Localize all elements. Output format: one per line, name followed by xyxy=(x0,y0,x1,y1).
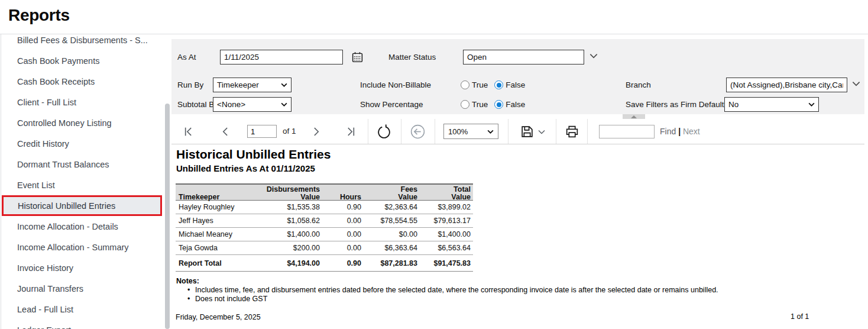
sidebar-item-income-allocation-details[interactable]: Income Allocation - Details xyxy=(1,216,164,237)
print-button[interactable] xyxy=(565,124,579,139)
find-text-input[interactable] xyxy=(599,125,655,138)
zoom-select[interactable]: 100% xyxy=(443,124,498,139)
run-by-select[interactable]: Timekeeper xyxy=(213,78,292,92)
cell-disbursements: $1,058.62 xyxy=(270,214,322,227)
cell-hours: 0.00 xyxy=(322,228,364,241)
report-list-sidebar: Billed Fees & Disbursements - S... Cash … xyxy=(1,34,169,329)
report-footer-page-count: 1 of 1 xyxy=(791,312,809,321)
table-row: Michael Meaney $1,400.00 0.00 $0.00 $1,4… xyxy=(176,228,473,241)
bullet-icon: • xyxy=(187,286,195,294)
page-title: Reports xyxy=(8,6,70,25)
cell-fees: $87,281.83 xyxy=(364,255,420,271)
collapse-up-arrow-icon xyxy=(631,115,637,118)
find-next-button[interactable]: Next xyxy=(683,127,700,136)
export-save-button[interactable] xyxy=(520,125,534,138)
true-radio-label: True xyxy=(472,100,488,109)
col-header-disbursements: Disbursements Value xyxy=(270,185,322,202)
show-percentage-true-radio[interactable] xyxy=(461,100,469,109)
save-filters-select[interactable]: No xyxy=(724,97,819,112)
find-button[interactable]: Find xyxy=(660,127,676,136)
cell-total-label: Report Total xyxy=(176,255,270,271)
cell-disbursements: $200.00 xyxy=(270,241,322,254)
matter-status-chevron-down-icon[interactable] xyxy=(590,53,599,60)
include-non-billable-radio-group: True False xyxy=(461,78,525,92)
as-at-label: As At xyxy=(177,50,196,64)
sidebar-item-invoice-history[interactable]: Invoice History xyxy=(1,257,164,278)
chevron-down-icon xyxy=(281,102,287,107)
cell-hours: 0.90 xyxy=(322,201,364,214)
include-non-billable-true-radio[interactable] xyxy=(461,80,469,89)
matter-status-label: Matter Status xyxy=(388,50,436,64)
run-by-value: Timekeeper xyxy=(217,80,259,89)
find-next-separator: | xyxy=(678,127,681,136)
cell-timekeeper: Teja Gowda xyxy=(176,241,270,254)
zoom-value: 100% xyxy=(448,127,468,136)
col-header-timekeeper: Timekeeper xyxy=(176,185,270,202)
matter-status-input[interactable] xyxy=(463,50,584,64)
col-header-fees: Fees Value xyxy=(364,185,420,202)
next-page-button[interactable] xyxy=(310,126,322,137)
branch-label: Branch xyxy=(626,78,651,92)
sidebar-item-credit-history[interactable]: Credit History xyxy=(1,133,164,154)
cell-total: $6,563.64 xyxy=(420,241,473,254)
subtotal-by-label: Subtotal By xyxy=(177,97,218,112)
note-item: •Includes time, fee, and disbursement en… xyxy=(187,286,718,294)
table-row: Teja Gowda $200.00 0.00 $6,363.64 $6,563… xyxy=(176,241,473,255)
table-row: Jeff Hayes $1,058.62 0.00 $78,554.55 $79… xyxy=(176,214,473,228)
cell-disbursements: $1,400.00 xyxy=(270,228,322,241)
include-non-billable-label: Include Non-Billable xyxy=(360,78,431,92)
cell-total: $3,899.02 xyxy=(420,201,473,214)
sidebar-item-ledger-export[interactable]: Ledger Export xyxy=(1,320,164,329)
sidebar-item-cash-book-receipts[interactable]: Cash Book Receipts xyxy=(1,71,164,92)
bullet-icon: • xyxy=(187,295,195,303)
cell-disbursements: $1,535.38 xyxy=(270,201,322,214)
toolbar-separator xyxy=(587,119,588,144)
table-header-row: Timekeeper Disbursements Value Hours Fee… xyxy=(176,183,473,201)
toolbar-separator xyxy=(401,119,401,144)
last-page-button[interactable] xyxy=(345,126,356,137)
toolbar-separator xyxy=(508,119,509,144)
chevron-down-icon xyxy=(281,83,287,87)
cell-hours: 0.00 xyxy=(322,214,364,227)
sidebar-item-lead-full-list[interactable]: Lead - Full List xyxy=(1,299,164,320)
branch-chevron-down-icon[interactable] xyxy=(852,81,861,88)
cell-timekeeper: Hayley Roughley xyxy=(176,201,270,214)
sidebar-item-client-full-list[interactable]: Client - Full List xyxy=(1,92,164,112)
show-percentage-label: Show Percentage xyxy=(360,97,423,112)
page-count-label: of 1 xyxy=(283,127,296,136)
sidebar-item-billed-fees[interactable]: Billed Fees & Disbursements - S... xyxy=(1,34,164,50)
sidebar-item-controlled-money[interactable]: Controlled Money Listing xyxy=(1,112,164,133)
refresh-button[interactable] xyxy=(376,124,392,140)
cell-hours: 0.00 xyxy=(322,241,364,254)
reports-page: Reports Billed Fees & Disbursements - S.… xyxy=(0,0,868,329)
show-percentage-false-radio[interactable] xyxy=(494,100,503,109)
branch-input[interactable] xyxy=(726,78,847,92)
parameter-panel-collapse-handle[interactable] xyxy=(623,114,645,119)
cell-fees: $0.00 xyxy=(364,228,420,241)
cell-total: $79,613.17 xyxy=(420,214,473,227)
toolbar-separator xyxy=(556,119,556,144)
export-chevron-down-icon[interactable] xyxy=(538,130,545,134)
sidebar-scrollbar-thumb[interactable] xyxy=(165,104,170,329)
back-to-parent-report-button[interactable] xyxy=(410,124,426,140)
sidebar-item-cash-book-payments[interactable]: Cash Book Payments xyxy=(1,50,164,71)
page-number-input[interactable] xyxy=(247,125,277,138)
previous-page-button[interactable] xyxy=(220,126,231,137)
sidebar-item-historical-unbilled-entries-selected[interactable]: Historical Unbilled Entries xyxy=(2,195,162,216)
sidebar-item-journal-transfers[interactable]: Journal Transfers xyxy=(1,278,164,299)
include-non-billable-false-radio[interactable] xyxy=(494,80,503,89)
false-radio-label: False xyxy=(506,100,525,109)
cell-total: $91,475.83 xyxy=(420,255,473,271)
sidebar-item-income-allocation-summary[interactable]: Income Allocation - Summary xyxy=(1,237,164,257)
calendar-icon[interactable] xyxy=(349,50,365,64)
notes-label: Notes: xyxy=(176,277,199,285)
sidebar-item-event-list[interactable]: Event List xyxy=(1,175,164,195)
report-subtitle: Unbilled Entries As At 01/11/2025 xyxy=(176,163,315,173)
subtotal-by-select[interactable]: <None> xyxy=(213,97,292,112)
sidebar-item-dormant-trust[interactable]: Dormant Trust Balances xyxy=(1,154,164,175)
first-page-button[interactable] xyxy=(183,126,195,137)
as-at-date-input[interactable] xyxy=(220,50,343,64)
save-filters-label: Save Filters as Firm Default? xyxy=(626,97,728,112)
chevron-down-icon xyxy=(487,130,494,134)
table-row: Hayley Roughley $1,535.38 0.90 $2,363.64… xyxy=(176,201,473,214)
